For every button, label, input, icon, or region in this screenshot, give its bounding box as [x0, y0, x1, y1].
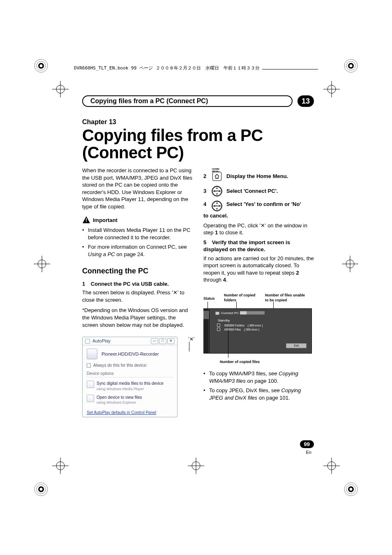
svg-marker-42: [216, 194, 218, 195]
page-title: Copying files from a PC (Connect PC): [82, 127, 314, 161]
pill-open-icon: [82, 95, 88, 107]
step-text: Display the Home Menu.: [226, 173, 314, 180]
autoplay-option-open[interactable]: Open device to view files using Windows …: [87, 393, 173, 407]
svg-marker-48: [216, 208, 218, 210]
device-icon: [87, 349, 97, 359]
leader-line: [228, 329, 228, 358]
important-bullet: For more information on Connect PC, see …: [82, 243, 193, 258]
svg-point-3: [40, 65, 43, 67]
device-options-label: Device options: [87, 371, 173, 378]
svg-point-7: [350, 65, 353, 67]
step5-desc: If no actions are carried out for 20 min…: [203, 255, 314, 284]
page-number-badge: 99: [300, 440, 314, 448]
sync-icon: [87, 381, 94, 388]
standby-label: Standby: [218, 319, 230, 323]
register-cross-icon: [51, 457, 69, 475]
register-cross-icon: [51, 80, 69, 98]
title-line-1: Copying files from a PC: [82, 126, 263, 144]
language-label: En: [306, 450, 311, 455]
star-note: *Depending on the Windows OS version and…: [82, 307, 193, 328]
chapter-header-bar: Copying files from a PC (Connect PC) 13: [82, 95, 314, 107]
progress-bar: [240, 311, 265, 314]
always-checkbox[interactable]: [87, 363, 91, 368]
svg-marker-41: [216, 187, 218, 189]
step-number: 4: [203, 201, 208, 208]
autoplay-option-sync[interactable]: Sync digital media files to this device …: [87, 379, 173, 393]
step1-desc: The screen below is displayed. Press '✕'…: [82, 289, 193, 303]
chapter-label: Chapter 13: [82, 118, 314, 126]
always-label: Always do this for this device:: [93, 363, 147, 368]
close-x-glyph: ✕: [173, 289, 178, 296]
register-cross-icon: [187, 457, 205, 475]
svg-point-15: [350, 488, 353, 491]
maximize-button[interactable]: □: [159, 338, 166, 344]
minimize-button[interactable]: —: [151, 338, 158, 344]
crop-mark-icon: [33, 481, 49, 497]
autoplay-app-icon: [85, 339, 90, 344]
exit-button[interactable]: Exit: [286, 343, 307, 348]
crop-mark-icon: [343, 481, 359, 497]
step-text: Select 'Connect PC'.: [226, 187, 314, 195]
autoplay-defaults-link[interactable]: Set AutoPlay defaults in Control Panel: [87, 410, 173, 416]
autoplay-window: AutoPlay — □ ✕ Pioneer.HDD/DVD-Recorder: [82, 337, 178, 417]
enter-icon: ENTER: [212, 201, 222, 211]
file-icon: [217, 328, 220, 331]
autoplay-title: AutoPlay: [92, 338, 148, 344]
chapter-number-badge: 13: [297, 95, 314, 107]
svg-marker-47: [216, 202, 218, 204]
folder-icon: [217, 324, 220, 327]
register-cross-icon: [33, 255, 51, 273]
step4-continuation: to cancel.: [203, 212, 314, 220]
register-cross-icon: [323, 80, 341, 98]
step-text: Verify that the import screen is display…: [203, 239, 290, 253]
connect-pc-screen: Connect PC Standby 000000 Folders( 000 e…: [209, 308, 312, 354]
book-header-label: DVR660HS_TLT_EN.book 99 ページ ２００８年２月２０日 水…: [74, 65, 262, 71]
device-name: Pioneer.HDD/DVD-Recorder: [101, 351, 159, 357]
intro-text: When the recorder is connected to a PC u…: [82, 167, 193, 210]
screen-sidebar: [203, 308, 209, 354]
register-cross-icon: [341, 255, 359, 273]
svg-text:!: !: [85, 217, 87, 223]
important-label: Important: [93, 217, 118, 224]
connecting-heading: Connecting the PC: [82, 266, 193, 276]
step-text: Select 'Yes' to confirm or 'No': [226, 201, 314, 208]
step4-desc: Operating the PC, click '✕' on the windo…: [203, 222, 314, 236]
tail-bullet: To copy WMA/MP3 files, see Copying WMA/M…: [203, 370, 314, 384]
pc-icon: [215, 312, 219, 315]
crop-mark-icon: [33, 58, 49, 74]
diagram-label-unable: Number of files unable to be copied: [265, 293, 306, 303]
crop-mark-icon: [343, 58, 359, 74]
warning-icon: !: [82, 216, 90, 224]
home-menu-icon: HOME MENU: [212, 172, 221, 181]
diagram-label-copied-files: Number of copied files: [220, 359, 314, 364]
important-bullet: Install Windows Media Player 11 on the P…: [82, 227, 193, 241]
chapter-bar-title: Copying files from a PC (Connect PC): [90, 97, 208, 105]
leader-line: [189, 342, 189, 352]
step-number: 1: [82, 281, 85, 287]
pill-close-icon: [287, 95, 294, 107]
enter-icon: ENTER: [212, 186, 222, 197]
svg-point-11: [40, 488, 43, 491]
step-text: Connect the PC via USB cable.: [91, 281, 169, 287]
register-cross-icon: [323, 457, 341, 475]
step-number: 2: [203, 173, 208, 180]
title-line-2: (Connect PC): [82, 143, 184, 162]
step-number: 3: [203, 187, 208, 195]
close-button[interactable]: ✕: [167, 338, 175, 344]
connect-pc-diagram: Status Number of copied folders Number o…: [203, 292, 314, 358]
tail-bullet: To copy JPEG, DivX files, see Copying JP…: [203, 387, 314, 401]
step-number: 5: [203, 239, 206, 245]
diagram-label-status: Status: [203, 296, 215, 301]
folder-icon: [87, 395, 94, 402]
diagram-label-copied-folders: Number of copied folders: [224, 293, 261, 303]
